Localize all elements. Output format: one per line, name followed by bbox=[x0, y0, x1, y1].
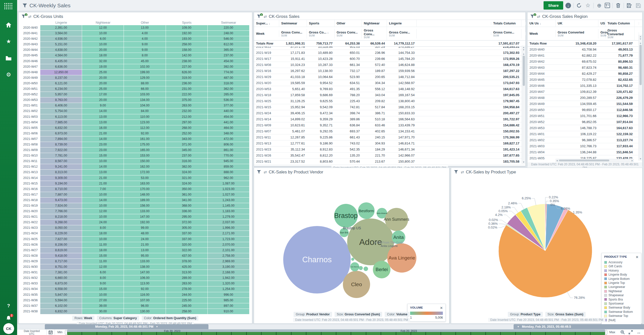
heatmap-cell[interactable]: 95.00 bbox=[124, 253, 165, 258]
table-row[interactable]: 2021-W1515,952.949,542.09742.81517.84168… bbox=[254, 104, 525, 110]
pivot-cell[interactable]: 189.87 bbox=[362, 68, 387, 74]
totals-column-measure[interactable]: Gross ConvertedSUM bbox=[605, 27, 635, 40]
row-label[interactable]: 2020-W49 bbox=[20, 75, 40, 81]
legend-item[interactable]: Sports Bra bbox=[604, 297, 638, 302]
row-label[interactable]: 2021-W36 bbox=[20, 298, 40, 303]
heatmap-cell[interactable]: 265.00 bbox=[208, 92, 249, 97]
heatmap-cell[interactable]: 9,194.00 bbox=[40, 181, 82, 186]
folder-icon[interactable] bbox=[5, 55, 12, 61]
table-row[interactable]: 2020-W46101,335.13114,702.17 bbox=[527, 83, 642, 89]
range-handle-right[interactable] bbox=[605, 330, 607, 335]
pivot-cell[interactable]: 343.04 bbox=[362, 92, 387, 98]
pivot-cell[interactable]: 101,701.66 bbox=[556, 113, 598, 119]
row-label[interactable]: 2021-W19 bbox=[20, 203, 40, 209]
heatmap-cell[interactable]: 372.00 bbox=[166, 220, 207, 225]
pivot-cell[interactable]: 146,814.71 bbox=[387, 140, 417, 146]
pivot-cell[interactable]: 12,777.61 bbox=[279, 140, 307, 146]
bubble-small[interactable] bbox=[359, 266, 363, 270]
calendar-icon[interactable] bbox=[46, 329, 55, 335]
heatmap-cell[interactable]: 7,381.00 bbox=[40, 270, 82, 275]
pivot-cell[interactable]: 398.74 bbox=[335, 110, 362, 116]
table-row[interactable]: 2020-W535,651.409,769.83491.35556.12148,… bbox=[254, 86, 525, 92]
heatmap-cell[interactable]: 774.00 bbox=[208, 70, 249, 75]
heatmap-cell[interactable]: 20.00 bbox=[82, 97, 124, 103]
expand-icon[interactable] bbox=[628, 330, 633, 334]
row-label[interactable]: 2021-W07 bbox=[20, 136, 40, 142]
swap-axes-icon[interactable]: ⇄ bbox=[264, 170, 267, 174]
table-row[interactable]: 2020-W4162,882.2271,677.79 bbox=[527, 53, 642, 59]
heatmap-cell[interactable]: 199.00 bbox=[124, 70, 165, 75]
row-label[interactable]: 2020-W43 bbox=[20, 42, 40, 47]
heatmap-cell[interactable]: 7,766.00 bbox=[40, 209, 82, 214]
heatmap-cell[interactable]: 263.00 bbox=[166, 103, 207, 108]
pivot-measure-header[interactable]: Gross Conv...SUM bbox=[362, 27, 387, 40]
table-row[interactable]: 2021-W2019,585.599,954.52634.51304.34142… bbox=[254, 80, 525, 86]
row-label[interactable]: 2020-W50 bbox=[527, 107, 556, 113]
pivot-cell[interactable]: 9,625.55 bbox=[307, 98, 335, 104]
totals-column-cell[interactable]: 170,366.99 bbox=[491, 134, 521, 140]
heatmap-cell[interactable]: 66.00 bbox=[124, 86, 165, 92]
row-label[interactable]: 2021-W13 bbox=[254, 140, 279, 146]
row-label[interactable]: 2021-W13 bbox=[20, 170, 40, 175]
vertical-scrollbar[interactable]: ▲▼▲▼ bbox=[522, 46, 525, 164]
heatmap-cell[interactable]: 192.00 bbox=[124, 220, 165, 225]
heatmap-cell[interactable]: 11.00 bbox=[82, 242, 124, 247]
heatmap-cell[interactable]: 2,168.00 bbox=[208, 270, 249, 275]
heatmap-cell[interactable]: 153.00 bbox=[124, 153, 165, 158]
legend-item[interactable]: Loungewear bbox=[604, 285, 638, 289]
heatmap-cell[interactable]: 15.00 bbox=[82, 286, 124, 292]
pivot-cell[interactable]: 491.35 bbox=[335, 86, 362, 92]
heatmap-cell[interactable]: 337.00 bbox=[166, 237, 207, 242]
close-icon[interactable]: ✕ bbox=[636, 255, 638, 259]
totals-column-cell[interactable]: 80,896.53 bbox=[605, 59, 635, 64]
row-label[interactable]: 2021-W18 bbox=[20, 198, 40, 203]
heatmap-cell[interactable]: 161.00 bbox=[124, 136, 165, 142]
heatmap-cell[interactable]: 8,567.00 bbox=[40, 159, 82, 164]
row-label[interactable]: 2020-W41 bbox=[20, 31, 40, 36]
pivot-cell[interactable]: 136,244.88 bbox=[556, 149, 598, 155]
heatmap-cell[interactable]: 289.00 bbox=[166, 275, 207, 281]
heatmap-cell[interactable]: 248.00 bbox=[208, 31, 249, 36]
heatmap-cell[interactable]: 106.00 bbox=[124, 275, 165, 281]
row-label[interactable]: 2021-W06 bbox=[20, 131, 40, 136]
heatmap-cell[interactable]: 2,070.00 bbox=[208, 242, 249, 247]
row-label[interactable]: 2021-W17 bbox=[20, 192, 40, 198]
pivot-cell[interactable]: 142,568.97 bbox=[387, 80, 417, 86]
heatmap-cell[interactable]: 6.00 bbox=[82, 270, 124, 275]
row-label[interactable]: 2020-W52 bbox=[20, 92, 40, 97]
totals-column-cell[interactable]: 71,677.79 bbox=[605, 53, 635, 58]
heatmap-cell[interactable]: 2,758.00 bbox=[208, 253, 249, 258]
swap-axes-icon[interactable]: ⇄ bbox=[537, 14, 540, 19]
heatmap-cell[interactable]: 12.00 bbox=[82, 25, 124, 30]
pivot-category-header[interactable]: UK bbox=[556, 20, 598, 27]
heatmap-cell[interactable]: 12,850.00 bbox=[40, 70, 82, 75]
table-row[interactable]: 2020-W4269,675.0280,896.53 bbox=[527, 59, 642, 65]
column-header[interactable]: Other bbox=[124, 21, 166, 24]
heatmap-cell[interactable]: 9,241.00 bbox=[40, 164, 82, 169]
heatmap-cell[interactable]: 9,268.00 bbox=[40, 220, 82, 225]
pivot-cell[interactable]: 304.93 bbox=[362, 140, 387, 146]
bubble-small[interactable] bbox=[364, 267, 368, 271]
heatmap-cell[interactable]: 10.00 bbox=[82, 237, 124, 242]
pivot-cell[interactable]: 634.51 bbox=[335, 80, 362, 86]
bubble-small[interactable] bbox=[351, 258, 354, 261]
heatmap-cell[interactable]: 1,279.00 bbox=[208, 214, 249, 219]
row-label[interactable]: 2021-W27 bbox=[20, 248, 40, 253]
heatmap-cell[interactable]: 133.00 bbox=[124, 259, 165, 264]
totals-column-cell[interactable]: 170,452.56 bbox=[491, 165, 521, 165]
table-row[interactable]: 2020-W49134,559.45151,544.59 bbox=[527, 101, 642, 107]
pivot-cell[interactable]: 166,564.63 bbox=[387, 116, 417, 122]
heatmap-cell[interactable]: 985.00 bbox=[208, 298, 249, 303]
heatmap-cell[interactable]: 6,558.00 bbox=[40, 286, 82, 292]
pivot-category-header[interactable]: US bbox=[598, 20, 605, 27]
heatmap-cell[interactable]: 53.00 bbox=[124, 175, 165, 181]
heatmap-cell[interactable]: 5,754.00 bbox=[40, 108, 82, 114]
pivot-cell[interactable]: 9,542.09 bbox=[307, 104, 335, 110]
heatmap-cell[interactable]: 362.00 bbox=[208, 86, 249, 92]
pivot-cell[interactable]: 146,671.34 bbox=[387, 146, 417, 152]
heatmap-cell[interactable]: 18.00 bbox=[82, 231, 124, 236]
pivot-cell[interactable]: 134,153.41 bbox=[387, 128, 417, 134]
pivot-cell[interactable]: 221.70 bbox=[362, 153, 387, 158]
heatmap-cell[interactable]: 147.00 bbox=[124, 270, 165, 275]
heatmap-cell[interactable]: 454.00 bbox=[208, 114, 249, 120]
